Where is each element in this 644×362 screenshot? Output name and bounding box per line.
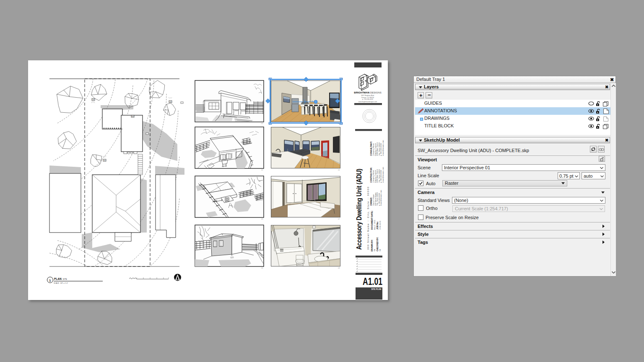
- svg-text:A1.01: A1.01: [363, 276, 382, 287]
- svg-text:name@domain.com: name@domain.com: [380, 190, 382, 206]
- svg-text:BRIGHTMAN DESIGNS: BRIGHTMAN DESIGNS: [354, 91, 381, 94]
- svg-text:- SITE: - SITE: [62, 278, 67, 280]
- svg-text:300 Street Name :: City, State: 300 Street Name :: City, State :: 00000: [367, 187, 369, 250]
- svg-text:SCALE : 1/8" = 1'-0": SCALE : 1/8" = 1'-0": [54, 282, 68, 284]
- svg-text:DOCUMENT DATE:: DOCUMENT DATE:: [371, 210, 373, 230]
- svg-text:VB: VB: [379, 249, 381, 251]
- svg-text:Denver, CO 80216: Denver, CO 80216: [361, 97, 374, 98]
- svg-text:PLAN: PLAN: [54, 277, 62, 280]
- svg-text:101: 101: [169, 101, 171, 103]
- svg-text:B18: B18: [132, 116, 134, 117]
- svg-text:06: 06: [338, 169, 340, 171]
- svg-text:07: 07: [338, 218, 340, 220]
- svg-text:May 2, 2021: May 2, 2021: [374, 220, 376, 230]
- svg-text:01: 01: [261, 122, 263, 124]
- svg-text:DRAWN BY:: DRAWN BY:: [371, 239, 373, 251]
- svg-text:08: 08: [338, 267, 340, 269]
- svg-text:3327 Brighton Blvd.: 3327 Brighton Blvd.: [361, 95, 374, 96]
- svg-text:04: 04: [261, 267, 263, 269]
- svg-text:1709.10.01: 1709.10.01: [379, 220, 381, 230]
- svg-text:101: 101: [92, 99, 94, 101]
- svg-text:www.brightmandesigns.com: www.brightmandesigns.com: [358, 101, 377, 103]
- svg-text:03: 03: [261, 218, 263, 220]
- svg-text:VB: VB: [374, 249, 376, 251]
- svg-text:SITE PLAN: SITE PLAN: [371, 288, 381, 290]
- svg-text:1: 1: [49, 279, 51, 282]
- svg-text:CHECKED BY:: CHECKED BY:: [376, 237, 379, 251]
- svg-text:02: 02: [261, 169, 263, 171]
- svg-text:name@domain.com: name@domain.com: [382, 167, 384, 183]
- svg-text:Accessory Dwelling Unit (ADU): Accessory Dwelling Unit (ADU): [355, 169, 363, 250]
- svg-text:p. 720.240.4242: p. 720.240.4242: [362, 98, 373, 100]
- svg-text:JOB No:: JOB No:: [376, 221, 379, 230]
- svg-text:name@domain.com: name@domain.com: [382, 140, 384, 156]
- svg-text:101: 101: [104, 160, 106, 161]
